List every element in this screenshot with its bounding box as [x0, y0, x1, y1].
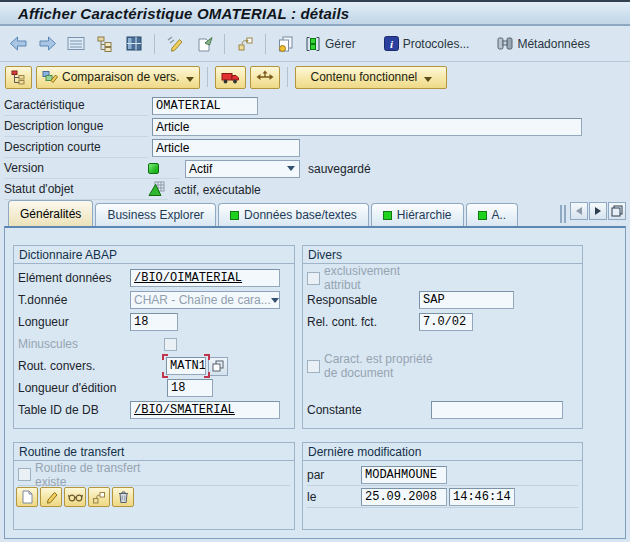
group-title: Dictionnaire ABAP	[14, 246, 294, 264]
row-version: Version Actif sauvegardé	[4, 158, 630, 179]
time-field[interactable]: 14:46:14	[449, 488, 515, 506]
date-field[interactable]: 25.09.2008	[361, 488, 447, 506]
tab-hierarchie[interactable]: Hiérarchie	[371, 203, 464, 226]
group-title: Routine de transfert	[14, 443, 294, 461]
boxes-arrow-icon	[237, 36, 254, 51]
page-arrow-icon	[196, 36, 213, 52]
version-active-led-icon	[148, 163, 159, 174]
tab-generalites[interactable]: Généralités	[8, 200, 93, 226]
row-longueur-edition: Longueur d'édition 18	[14, 377, 294, 399]
table-id-field[interactable]: /BIO/SMATERIAL	[130, 401, 280, 419]
back-button[interactable]	[6, 31, 30, 57]
gerer-label: Gérer	[325, 37, 356, 51]
metadonnees-button[interactable]: Métadonnées	[495, 31, 592, 57]
row-description-longue: Description longue Article	[4, 116, 630, 137]
rel-cont-fct-field[interactable]: 7.0/02	[419, 313, 473, 331]
row-spacer	[303, 377, 582, 399]
protocoles-button[interactable]: i Protocoles...	[382, 31, 472, 57]
system-toolbar: Gérer i Protocoles... Métadonnées	[0, 26, 630, 62]
gerer-button[interactable]: Gérer	[303, 31, 358, 57]
toolbar-separator	[207, 67, 208, 87]
copy-routine-button[interactable]	[88, 487, 110, 507]
gerer-icon	[305, 36, 321, 52]
description-courte-field[interactable]: Article	[152, 139, 300, 157]
tab-label: Données base/textes	[244, 208, 357, 222]
longueur-edition-field[interactable]: 18	[167, 379, 213, 397]
row-rel-cont-fct: Rel. cont. fct. 7.0/02	[303, 311, 582, 333]
le-label: le	[307, 490, 361, 504]
caracteristique-field[interactable]: OMATERIAL	[152, 97, 258, 115]
change-routine-button[interactable]	[40, 487, 62, 507]
statut-label: Statut d'objet	[4, 182, 148, 196]
forward-button[interactable]	[35, 31, 59, 57]
tab-business-explorer[interactable]: Business Explorer	[95, 203, 216, 226]
version-label: Version	[4, 161, 148, 175]
grid-button[interactable]	[122, 31, 146, 57]
tab-list-button[interactable]	[608, 202, 626, 220]
element-donnees-field[interactable]: /BIO/OIMATERIAL	[130, 269, 280, 287]
structure-button[interactable]	[233, 31, 257, 57]
comparaison-version-button[interactable]: Comparaison de vers.	[36, 66, 200, 89]
delete-routine-button[interactable]	[112, 487, 134, 507]
row-routine-buttons	[14, 486, 294, 508]
statut-value: actif, exécutable	[174, 183, 261, 197]
description-longue-field[interactable]: Article	[152, 118, 582, 136]
protocoles-label: Protocoles...	[403, 37, 470, 51]
dropdown-arrow-icon	[424, 77, 432, 82]
par-label: par	[307, 468, 361, 482]
tree-view-button[interactable]	[5, 66, 32, 89]
dataflow-button[interactable]	[250, 66, 280, 89]
green-led-icon	[478, 211, 487, 220]
description-courte-label: Description courte	[4, 140, 101, 154]
tab-scroll-left-button[interactable]	[570, 202, 588, 220]
tab-scroll-right-button[interactable]	[589, 202, 607, 220]
element-donnees-label: Elément données	[18, 271, 130, 285]
toolbar-separator	[265, 34, 266, 54]
overlapping-pages-icon	[211, 359, 225, 373]
comparaison-label: Comparaison de vers.	[62, 70, 179, 84]
responsable-field[interactable]: SAP	[419, 291, 514, 309]
group-routine-transfert: Routine de transfert Routine de transfer…	[13, 442, 295, 530]
contenu-fonctionnel-button[interactable]: Contenu fonctionnel	[295, 66, 447, 89]
version-dropdown[interactable]: Actif	[185, 160, 300, 178]
generalites-panel: Dictionnaire ABAP Elément données /BIO/O…	[4, 226, 626, 539]
row-responsable: Responsable SAP	[303, 289, 582, 311]
overview-icon	[67, 36, 85, 51]
row-minuscules: Minuscules	[14, 333, 294, 355]
metadata-icon	[497, 36, 513, 51]
copy-object-button[interactable]	[192, 31, 216, 57]
par-field[interactable]: MODAHMOUNE	[361, 466, 447, 484]
group-derniere-modification: Dernière modification par MODAHMOUNE le …	[302, 442, 583, 530]
group-title: Divers	[303, 246, 582, 264]
row-t-donnee: T.donnée CHAR - Chaîne de cara...	[14, 289, 294, 311]
multiple-entries-button[interactable]	[208, 357, 228, 376]
create-routine-button[interactable]	[16, 487, 38, 507]
tab-label: Hiérarchie	[397, 208, 452, 222]
group-dictionnaire-abap: Dictionnaire ABAP Elément données /BIO/O…	[13, 245, 295, 429]
metadonnees-label: Métadonnées	[517, 37, 590, 51]
trash-icon	[117, 490, 130, 504]
transport-button[interactable]	[215, 66, 246, 89]
chevron-down-icon	[271, 298, 279, 303]
hierarchy-display-button[interactable]	[93, 31, 117, 57]
display-change-button[interactable]	[163, 31, 187, 57]
table-id-label: Table ID de DB	[18, 403, 130, 417]
toolbar-separator	[154, 34, 155, 54]
row-modification-le: le 25.09.2008 14:46:14	[307, 486, 578, 508]
longueur-field[interactable]: 18	[130, 313, 178, 331]
display-routine-button[interactable]	[64, 487, 86, 507]
constante-field[interactable]	[431, 401, 563, 419]
blank-page-icon	[21, 490, 34, 504]
pencil-icon	[45, 491, 58, 504]
rout-convers-field[interactable]: MATN1	[166, 357, 206, 375]
copy-pages-button[interactable]	[274, 31, 298, 57]
boxes-arrow-icon	[92, 491, 106, 504]
contenu-label: Contenu fonctionnel	[311, 70, 418, 84]
truck-icon	[221, 70, 240, 84]
tab-attributs-truncated[interactable]: A..	[466, 203, 519, 226]
green-led-icon	[383, 211, 392, 220]
tab-donnees-base-textes[interactable]: Données base/textes	[218, 203, 369, 226]
caract-document-label: Caract. est propriété de document	[324, 352, 436, 380]
overview-button[interactable]	[64, 31, 88, 57]
tree-icon	[11, 70, 26, 85]
